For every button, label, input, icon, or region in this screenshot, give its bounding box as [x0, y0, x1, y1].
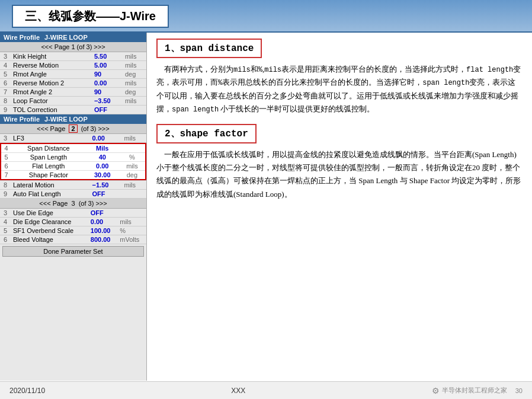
main-layout: Wire Profile J-WIRE LOOP <<< Page 1 (of …	[0, 33, 532, 381]
section2-label: 2、shape factor	[156, 124, 257, 143]
table-row: 5 Rmot Angle 90 deg	[0, 70, 146, 79]
header-title: 三、线弧参数——J-Wire	[12, 5, 169, 28]
table-row: 7 Shape Factor 30.00 deg	[1, 171, 146, 180]
table-row: 9 Auto Flat Length OFF	[0, 190, 146, 199]
section1-text: 有两种方式，分别为mils和%,mils表示是用距离来控制平台的长度的，当选择此…	[156, 63, 523, 116]
section2-text: 一般在应用于低弧或长线弧时，用以提高金线的拉紧度以避免造成线飘的情形。当平台距离…	[156, 148, 523, 200]
table-row: 6 Flat Length 0.00 mils	[1, 162, 146, 171]
page-nav-3: <<< Page 3 (of 3) >>>	[0, 199, 146, 209]
table-row: 3 Use Die Edge OFF	[0, 209, 146, 218]
table-row-highlight: 4 Span Distance Mils 5 Span Length 40 %	[0, 143, 146, 181]
done-parameter-set-button[interactable]: Done Parameter Set	[2, 246, 144, 257]
right-panel: 1、span distance 有两种方式，分别为mils和%,mils表示是用…	[147, 33, 532, 381]
wire-loop-label-2: J-WIRE LOOP	[44, 116, 88, 123]
table-row: 5 Span Length 40 %	[1, 153, 146, 162]
page-nav-1: <<< Page 1 (of 3) >>>	[0, 42, 146, 52]
table-row: 5 SF1 Overbend Scale 100.00 %	[0, 226, 146, 235]
table-row: 3 LF3 0.00 mils	[0, 134, 146, 143]
wire-loop-label-1: J-WIRE LOOP	[44, 34, 88, 41]
footer-center: XXX	[231, 387, 245, 395]
table-row: 6 Reverse Motion 2 0.00 mils	[0, 79, 146, 88]
watermark-icon: ⚙	[432, 386, 440, 395]
footer-date: 2020/11/10	[9, 387, 45, 395]
table-row: 6 Bleed Voltage 800.00 mVolts	[0, 235, 146, 244]
table-row: 4 Die Edge Clearance 0.00 mils	[0, 218, 146, 226]
param-table-1: 3 Kink Height 5.50 mils 4 Reverse Motion…	[0, 52, 146, 114]
wire-profile-header-1: Wire Profile J-WIRE LOOP	[0, 33, 146, 42]
param-table-2: 3 LF3 0.00 mils 4 Span Distance Mils	[0, 134, 146, 199]
wire-profile-header-2: Wire Profile J-WIRE LOOP	[0, 114, 146, 124]
table-row: 3 Kink Height 5.50 mils	[0, 52, 146, 61]
table-row: 7 Rmot Angle 2 90 deg	[0, 88, 146, 97]
table-row: 8 Loop Factor −3.50 mils	[0, 97, 146, 106]
table-row: 4 Reverse Motion 5.00 mils	[0, 61, 146, 70]
param-table-3: 3 Use Die Edge OFF 4 Die Edge Clearance …	[0, 209, 146, 244]
table-row: 9 TOL Correction OFF	[0, 106, 146, 114]
footer-page: 30	[515, 387, 523, 394]
wire-profile-label-1: Wire Profile	[4, 34, 40, 41]
left-panel: Wire Profile J-WIRE LOOP <<< Page 1 (of …	[0, 33, 147, 381]
footer: 2020/11/10 XXX ⚙ 半导体封装工程师之家 30	[0, 381, 532, 399]
watermark-text: 半导体封装工程师之家	[442, 386, 507, 395]
header: 三、线弧参数——J-Wire	[0, 0, 532, 33]
wire-profile-label-2: Wire Profile	[4, 116, 40, 123]
table-row: 8 Lateral Motion −1.50 mils	[0, 181, 146, 190]
table-row: 4 Span Distance Mils	[1, 143, 146, 153]
highlighted-group: 4 Span Distance Mils 5 Span Length 40 %	[0, 143, 146, 180]
section1-label: 1、span distance	[156, 39, 262, 58]
page-nav-2: <<< Page 2 (of 3) >>>	[0, 124, 146, 134]
footer-watermark: ⚙ 半导体封装工程师之家 30	[432, 386, 523, 395]
